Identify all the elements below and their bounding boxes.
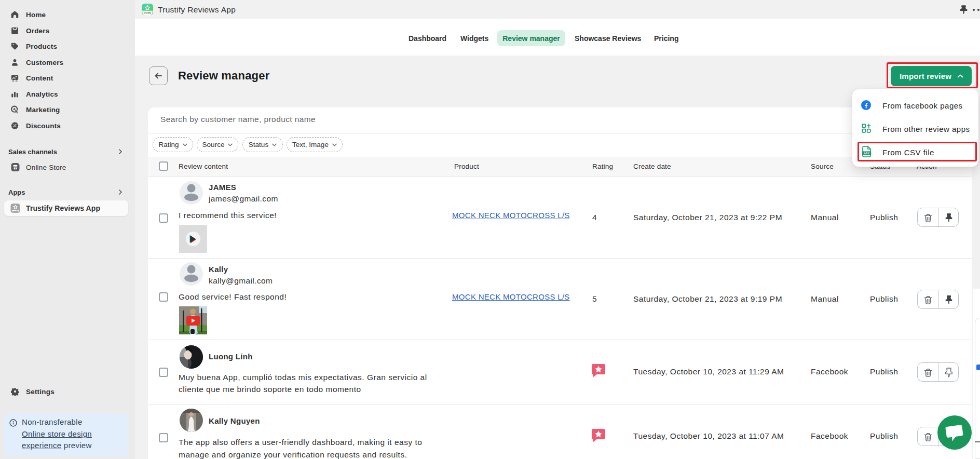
svg-text:trustify: trustify bbox=[12, 210, 19, 212]
svg-text:trustify: trustify bbox=[144, 11, 151, 14]
